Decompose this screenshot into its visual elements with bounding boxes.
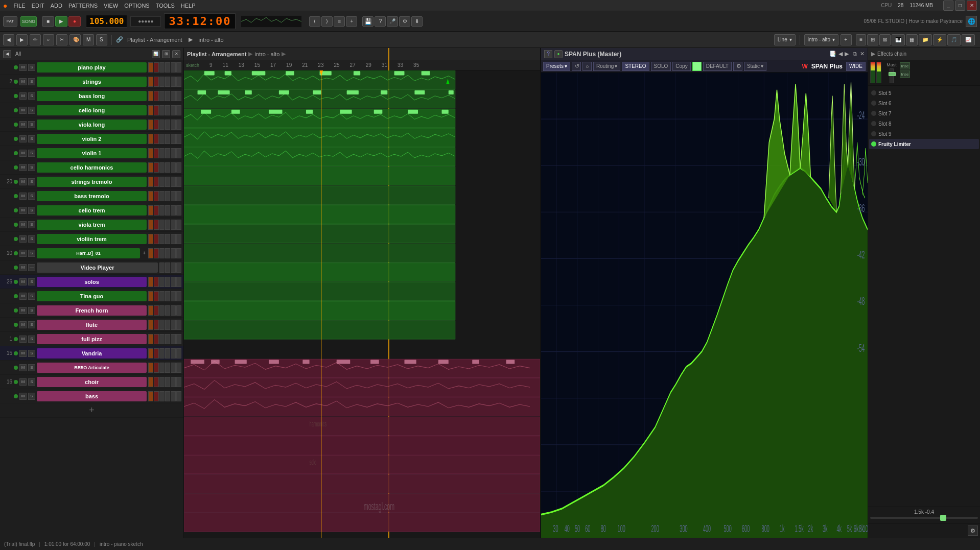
track-label-9[interactable]: bass tremolo (37, 191, 147, 201)
track-pat-btn[interactable] (159, 119, 165, 130)
span-color-btn[interactable] (692, 62, 702, 71)
fader-track[interactable] (870, 517, 978, 519)
track-mute-btn[interactable]: M (19, 193, 27, 200)
track-pat-btn[interactable] (159, 363, 165, 373)
track-led[interactable] (14, 94, 18, 98)
span-arrow-left[interactable]: ◀ (838, 51, 843, 57)
icon-mic[interactable]: 🎤 (387, 16, 398, 27)
track-pat-btn3[interactable] (171, 277, 176, 287)
track-solo-btn[interactable]: S (28, 135, 35, 142)
track-pat-btn[interactable] (159, 162, 165, 173)
track-pat-btn2[interactable] (165, 191, 170, 201)
track-fx-btn[interactable] (148, 277, 153, 287)
bpm-display[interactable]: 105.000 (86, 15, 127, 28)
piano-roll-btn[interactable]: 🎹 (892, 34, 905, 45)
track-label-13[interactable]: Harr..D]_01 (37, 248, 140, 258)
track-pat-btn2[interactable] (165, 62, 170, 73)
track-pat-btn2[interactable] (165, 220, 170, 230)
track-pat-btn3[interactable] (171, 177, 176, 187)
track-fx-btn[interactable] (148, 134, 153, 144)
forward-btn[interactable]: ▶ (16, 34, 28, 45)
span-presets-btn[interactable]: Presets▾ (543, 62, 570, 71)
record-button[interactable]: ● (68, 16, 81, 27)
track-mute-btn[interactable]: M (19, 307, 27, 314)
track-fx-btn[interactable] (148, 105, 153, 115)
track-mute-btn[interactable]: M (19, 235, 27, 243)
track-label-5[interactable]: violin 2 (37, 134, 147, 144)
track-pat-btn4[interactable] (176, 119, 181, 130)
track-pat-btn[interactable] (159, 334, 165, 344)
track-solo-btn[interactable]: S (28, 378, 35, 386)
track-mute-btn[interactable]: M (19, 92, 27, 100)
track-pat-btn[interactable] (159, 291, 165, 301)
track-fx-btn[interactable] (148, 248, 153, 258)
track-pat-btn3[interactable] (171, 62, 176, 73)
track-pat-btn[interactable] (159, 77, 165, 87)
automation-btn[interactable]: 📈 (962, 34, 975, 45)
track-mute-btn[interactable]: M (19, 278, 27, 285)
track-pat-btn[interactable] (159, 391, 165, 401)
track-pat-btn[interactable] (159, 105, 165, 115)
mixer-settings-btn[interactable]: ⚙ (968, 525, 978, 536)
slot-item-fruity-limiter[interactable]: Fruity Limiter (869, 139, 979, 149)
track-pat-btn[interactable] (159, 305, 165, 316)
track-pat-btn[interactable] (159, 62, 165, 73)
track-fx-btn[interactable] (148, 220, 153, 230)
menu-file[interactable]: FILE (13, 3, 25, 9)
track-pat-btn4[interactable] (176, 177, 181, 187)
span-routing-btn[interactable]: Routing▾ (593, 62, 620, 71)
track-clip-btn[interactable] (154, 62, 159, 73)
track-led[interactable] (14, 251, 18, 255)
track-fx-btn[interactable] (148, 91, 153, 101)
track-solo-btn[interactable]: S (28, 121, 35, 128)
track-led[interactable] (14, 194, 18, 198)
track-pat-btn3[interactable] (171, 119, 176, 130)
track-clip-btn[interactable] (154, 77, 159, 87)
track-pat-btn[interactable] (159, 262, 165, 273)
track-label-4[interactable]: viola long (37, 119, 147, 130)
track-label-11[interactable]: viola trem (37, 220, 147, 230)
track-mute-btn[interactable]: M (19, 150, 27, 157)
track-led[interactable] (14, 380, 18, 384)
menu-tools[interactable]: TOOLS (156, 3, 175, 9)
track-pat-btn4[interactable] (176, 363, 181, 373)
track-led[interactable] (14, 123, 18, 127)
track-label-full-pizz[interactable]: full pizz (37, 334, 147, 344)
track-pat-btn[interactable] (159, 191, 165, 201)
track-pat-btn2[interactable] (165, 363, 170, 373)
track-solo-btn[interactable]: S (28, 64, 35, 71)
track-pat-btn3[interactable] (171, 291, 176, 301)
track-solo-btn[interactable]: S (28, 350, 35, 357)
track-pat-btn3[interactable] (171, 262, 176, 273)
track-label-15[interactable]: solos (37, 277, 147, 287)
tool-cut[interactable]: ✂ (56, 34, 67, 45)
track-pat-btn2[interactable] (165, 377, 170, 387)
track-clip-btn[interactable] (154, 220, 159, 230)
track-solo-btn[interactable]: S (28, 364, 35, 371)
span-stereo-btn[interactable]: STEREO (622, 62, 649, 71)
track-pat-btn2[interactable] (165, 262, 170, 273)
track-solo-btn[interactable]: S (28, 250, 35, 257)
span-arrow-right[interactable]: ▶ (845, 51, 849, 57)
track-mute-btn[interactable]: M (19, 121, 27, 128)
collapse-all-btn[interactable]: ◀ (3, 50, 11, 58)
track-pat-btn4[interactable] (176, 377, 181, 387)
span-circle-btn[interactable]: ○ (582, 62, 592, 71)
browser-btn[interactable]: 📁 (919, 34, 932, 45)
track-led[interactable] (14, 294, 18, 298)
mixer-btn2[interactable]: ⊞ (867, 34, 878, 45)
track-fx-btn[interactable] (148, 177, 153, 187)
tool-draw[interactable]: ✏ (30, 34, 41, 45)
track-pat-btn4[interactable] (176, 334, 181, 344)
send-btn-2[interactable]: Inse (900, 70, 910, 78)
span-wide-btn[interactable]: WIDE (846, 62, 866, 71)
track-pat-btn4[interactable] (176, 162, 181, 173)
tool-erase[interactable]: ○ (43, 34, 54, 45)
track-mute-btn[interactable]: M (19, 321, 27, 328)
track-led[interactable] (14, 237, 18, 241)
track-clip-btn[interactable] (154, 234, 159, 244)
track-pat-btn3[interactable] (171, 391, 176, 401)
track-led[interactable] (14, 223, 18, 227)
track-pat-btn[interactable] (159, 91, 165, 101)
track-led[interactable] (14, 308, 18, 313)
